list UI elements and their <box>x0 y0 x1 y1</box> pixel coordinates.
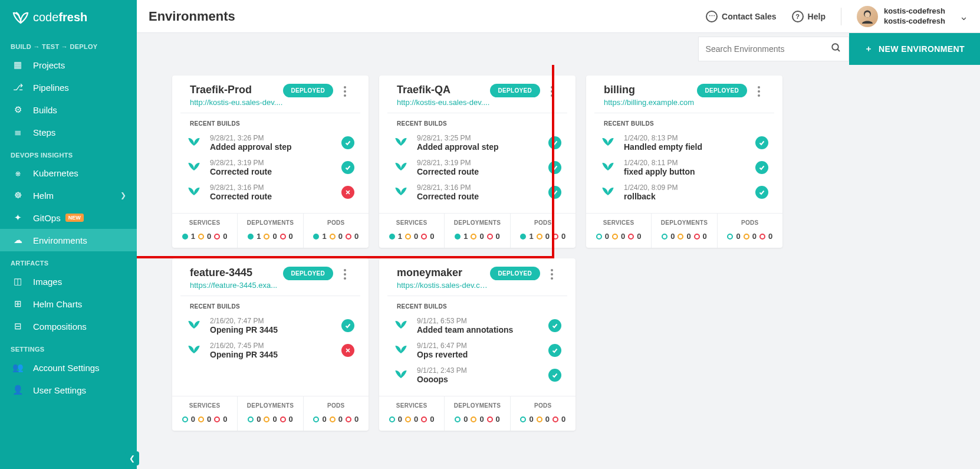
environments-icon: ☁ <box>11 235 25 245</box>
logo[interactable]: codefresh <box>0 0 137 35</box>
footer-col: PODS 1 0 0 <box>304 214 369 248</box>
status-dot <box>537 234 542 240</box>
build-title: Oooops <box>417 375 540 384</box>
sidebar-item-gitops[interactable]: ✦GitOpsNEW <box>0 206 137 229</box>
footer-col: DEPLOYMENTS 0 0 0 <box>238 396 303 431</box>
new-environment-button[interactable]: ＋NEW ENVIRONMENT <box>849 33 980 65</box>
sidebar-item-pipelines[interactable]: ⎇Pipelines <box>0 76 137 99</box>
recent-builds-label: RECENT BUILDS <box>379 113 575 130</box>
build-title: Handled empty field <box>624 142 747 152</box>
build-status-fail-icon <box>341 186 354 199</box>
recent-builds-label: RECENT BUILDS <box>379 296 575 313</box>
svg-line-4 <box>837 49 840 51</box>
leaf-icon <box>186 343 202 358</box>
build-row[interactable]: 9/28/21, 3:16 PMCorrected route <box>379 180 575 205</box>
build-row[interactable]: 1/24/20, 8:09 PMrollback <box>586 180 782 205</box>
card-footer: SERVICES 0 0 0 DEPLOYMENTS 0 0 0 PODS 0 … <box>379 396 575 431</box>
status-dot <box>264 416 269 422</box>
deployed-badge: DEPLOYED <box>490 267 540 280</box>
environment-url[interactable]: http://kostis-eu.sales-dev.... <box>397 98 490 107</box>
build-row[interactable]: 9/1/21, 6:47 PMOps reverted <box>379 338 575 363</box>
images-icon: ◫ <box>11 276 25 287</box>
status-dot <box>487 234 493 240</box>
helm-icon: ☸ <box>11 190 25 201</box>
build-date: 9/28/21, 3:19 PM <box>210 159 333 167</box>
sidebar-item-kubernetes[interactable]: ⎈Kubernetes <box>0 162 137 184</box>
card-footer: SERVICES 0 0 0 DEPLOYMENTS 0 0 0 PODS 0 … <box>586 213 782 248</box>
search-input[interactable] <box>698 37 849 61</box>
build-row[interactable]: 9/28/21, 3:16 PMCorrected route <box>172 180 369 205</box>
help-icon: ? <box>792 11 804 22</box>
sidebar-item-user-settings[interactable]: 👤User Settings <box>0 379 137 401</box>
contact-sales-link[interactable]: ⋯Contact Sales <box>706 11 777 22</box>
card-menu-button[interactable] <box>546 84 558 97</box>
leaf-icon <box>600 136 616 150</box>
environment-url[interactable]: https://billing.example.com <box>604 98 697 107</box>
environment-card: feature-3445 https://feature-3445.exa...… <box>172 258 369 431</box>
sidebar-item-helm[interactable]: ☸Helm❯ <box>0 184 137 206</box>
leaf-icon <box>393 185 409 199</box>
status-dot <box>330 416 336 422</box>
sidebar-item-helm-charts[interactable]: ⊞Helm Charts <box>0 293 137 315</box>
svg-point-3 <box>832 44 838 50</box>
page-title: Environments <box>149 9 235 24</box>
leaf-icon <box>393 136 409 150</box>
status-dot <box>694 234 700 240</box>
sidebar-item-steps[interactable]: ≣Steps <box>0 121 137 143</box>
card-footer: SERVICES 1 0 0 DEPLOYMENTS 1 0 0 PODS 1 … <box>379 213 575 248</box>
footer-col: DEPLOYMENTS 0 0 0 <box>445 396 510 431</box>
status-dot <box>471 234 476 240</box>
user-menu[interactable]: kostis-codefreshkostis-codefresh ⌄ <box>857 6 968 27</box>
environment-url[interactable]: https://kostis.sales-dev.co... <box>397 281 490 290</box>
status-dot <box>389 234 395 240</box>
build-row[interactable]: 9/28/21, 3:26 PMAdded approval step <box>172 130 369 155</box>
build-row[interactable]: 9/28/21, 3:19 PMCorrected route <box>172 155 369 180</box>
card-menu-button[interactable] <box>546 267 558 280</box>
deployed-badge: DEPLOYED <box>283 267 333 280</box>
environment-url[interactable]: http://kostis-eu.sales-dev.... <box>190 98 283 107</box>
chat-icon: ⋯ <box>706 11 718 22</box>
build-row[interactable]: 1/24/20, 8:13 PMHandled empty field <box>586 130 782 155</box>
sidebar-item-projects[interactable]: ▦Projects <box>0 54 137 76</box>
leaf-icon <box>393 160 409 175</box>
build-row[interactable]: 9/28/21, 3:19 PMCorrected route <box>379 155 575 180</box>
card-menu-button[interactable] <box>339 84 351 97</box>
pipelines-icon: ⎇ <box>11 82 25 93</box>
card-menu-button[interactable] <box>339 267 351 280</box>
leaf-icon <box>393 368 409 382</box>
status-dot <box>553 416 558 422</box>
build-row[interactable]: 2/16/20, 7:47 PMOpening PR 3445 <box>172 313 369 338</box>
build-status-ok-icon <box>548 344 561 357</box>
status-dot <box>182 416 188 422</box>
build-row[interactable]: 2/16/20, 7:45 PMOpening PR 3445 <box>172 338 369 363</box>
build-date: 9/1/21, 6:53 PM <box>417 317 540 325</box>
sidebar-item-account-settings[interactable]: 👥Account Settings <box>0 356 137 379</box>
build-row[interactable]: 9/28/21, 3:25 PMAdded approval step <box>379 130 575 155</box>
leaf-icon <box>393 319 409 333</box>
status-dot <box>330 234 336 240</box>
sidebar-item-environments[interactable]: ☁Environments <box>0 229 137 251</box>
status-dot <box>313 234 319 240</box>
environment-url[interactable]: https://feature-3445.exa... <box>190 281 283 290</box>
build-row[interactable]: 9/1/21, 6:53 PMAdded team annotations <box>379 313 575 338</box>
build-title: Added approval step <box>417 142 540 152</box>
card-menu-button[interactable] <box>753 84 765 97</box>
build-status-fail-icon <box>341 344 354 357</box>
sidebar-item-compositions[interactable]: ⊟Compositions <box>0 315 137 337</box>
account-settings-icon: 👥 <box>11 362 25 373</box>
help-link[interactable]: ?Help <box>792 11 826 22</box>
build-date: 9/1/21, 6:47 PM <box>417 342 540 350</box>
build-title: Opening PR 3445 <box>210 325 333 334</box>
build-title: Corrected route <box>417 192 540 201</box>
status-dot <box>678 234 683 240</box>
sidebar-item-images[interactable]: ◫Images <box>0 270 137 293</box>
footer-col: PODS 1 0 0 <box>511 214 575 248</box>
environment-name: moneymaker <box>397 267 490 279</box>
footer-col: PODS 0 0 0 <box>718 214 782 248</box>
status-dot <box>421 416 427 422</box>
leaf-icon <box>186 185 202 199</box>
build-row[interactable]: 1/24/20, 8:11 PMfixed apply button <box>586 155 782 180</box>
build-row[interactable]: 9/1/21, 2:43 PMOooops <box>379 363 575 388</box>
section-artifacts: ARTIFACTS <box>0 251 137 270</box>
sidebar-item-builds[interactable]: ⚙Builds <box>0 99 137 121</box>
